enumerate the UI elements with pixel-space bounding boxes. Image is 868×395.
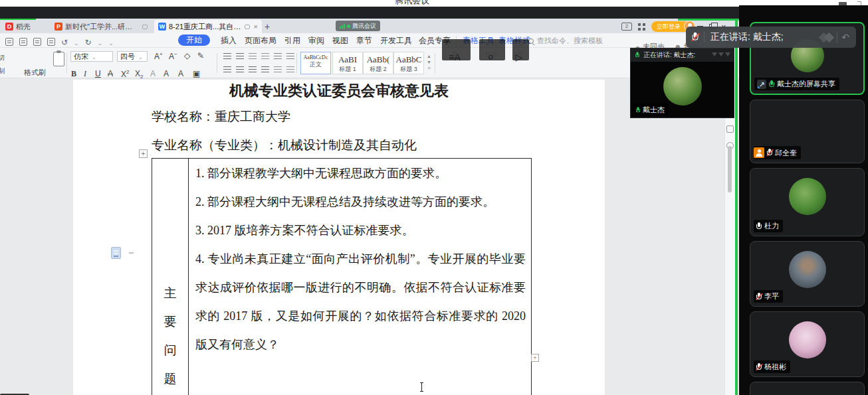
outdent-icon[interactable] bbox=[249, 53, 257, 59]
char-shading-icon[interactable]: A bbox=[150, 69, 156, 78]
document-page[interactable]: 机械专业类认证委员会审核意见表 学校名称：重庆工商大学 专业名称（专业类）：机械… bbox=[73, 80, 605, 395]
save-icon[interactable] bbox=[5, 38, 13, 46]
participant-sidebar: ↗ 戴士杰的屏幕共享 邱全奎 杜力 李平 bbox=[739, 5, 868, 395]
print-icon[interactable] bbox=[33, 38, 41, 46]
clear-format-icon[interactable]: ◇ bbox=[184, 51, 190, 60]
line-spacing-icon[interactable] bbox=[274, 66, 282, 72]
workspace-grid-icon[interactable] bbox=[638, 23, 645, 31]
menu-references[interactable]: 引用 bbox=[284, 35, 300, 46]
align-center-icon[interactable] bbox=[236, 66, 244, 72]
style-heading3[interactable]: AaBbC 标题 3 bbox=[393, 52, 424, 74]
style-heading2[interactable]: AaBb( 标题 2 bbox=[363, 52, 393, 74]
menu-insert[interactable]: 插入 bbox=[221, 35, 237, 46]
avatar bbox=[789, 321, 826, 358]
quick-access-toolbar bbox=[5, 36, 114, 48]
participant-tile-duli[interactable]: 杜力 bbox=[750, 168, 865, 236]
format-painter-icon[interactable] bbox=[53, 52, 64, 66]
split-view-icon[interactable]: 2 bbox=[621, 23, 632, 31]
back-arrow-icon[interactable]: ↶ bbox=[841, 33, 849, 42]
align-left-icon[interactable] bbox=[223, 66, 231, 72]
issues-cell[interactable]: 1. 部分课程教学大纲中无课程思政方面的要求。 2. 部分课程大纲中无课程总结及… bbox=[189, 159, 531, 395]
command-search[interactable]: 查找命令、搜索模板 bbox=[528, 36, 603, 46]
shading-icon[interactable] bbox=[286, 66, 294, 72]
text-layout-tool[interactable]: ≡A 文字排版 bbox=[439, 52, 471, 64]
collapse-arrows-icon[interactable] bbox=[712, 52, 730, 56]
align-right-icon[interactable] bbox=[249, 66, 257, 72]
row-header-char: 题 bbox=[152, 370, 188, 388]
shared-screen: D 稻壳 P 新时代"工学并...研究与实践V4 W 8-21重庆工商...其自… bbox=[0, 7, 739, 395]
search-icon bbox=[528, 39, 534, 44]
menu-page-layout[interactable]: 页面布局 bbox=[245, 35, 276, 46]
text-cursor bbox=[419, 382, 424, 392]
tab-document-2-active[interactable]: W 8-21重庆工商...其自动化-不处理 × bbox=[154, 20, 262, 33]
bold-icon[interactable]: B bbox=[71, 69, 76, 79]
row-header-char: 主 bbox=[152, 285, 188, 302]
bullet-list-icon[interactable] bbox=[223, 53, 231, 59]
table-overflow-marker[interactable]: + bbox=[531, 354, 539, 362]
toolbar-options-icon[interactable] bbox=[108, 36, 114, 48]
document-canvas: 机械专业类认证委员会审核意见表 学校名称：重庆工商大学 专业名称（专业类）：机械… bbox=[0, 78, 726, 395]
screen-share-icon: ↗ bbox=[757, 80, 766, 89]
number-list-icon[interactable] bbox=[236, 53, 244, 59]
paragraph-mark-icon[interactable] bbox=[274, 53, 282, 59]
menu-review[interactable]: 审阅 bbox=[308, 35, 324, 46]
speaker-name-label: 戴士杰 bbox=[632, 104, 668, 116]
mic-on-icon bbox=[635, 52, 639, 58]
menu-view[interactable]: 视图 bbox=[332, 35, 348, 46]
sort-icon[interactable] bbox=[286, 53, 294, 59]
menu-dev-tools[interactable]: 开发工具 bbox=[380, 35, 412, 46]
menu-section[interactable]: 章节 bbox=[356, 35, 372, 46]
tab-close-icon[interactable]: × bbox=[254, 23, 258, 31]
issue-item: 4. 专业尚未真正建立“面向产出评价机制”。专业开展的毕业要求达成评价依据哪一版… bbox=[195, 245, 526, 359]
document-title: 机械专业类认证委员会审核意见表 bbox=[73, 81, 605, 101]
tab-docer[interactable]: D 稻壳 bbox=[1, 20, 43, 33]
undo-icon[interactable] bbox=[61, 36, 68, 48]
tab-document-1[interactable]: P 新时代"工学并...研究与实践V4 bbox=[51, 20, 152, 33]
edit-table-icon[interactable] bbox=[726, 125, 734, 133]
underline-icon[interactable]: U bbox=[95, 69, 101, 78]
menu-home[interactable]: 开始 bbox=[178, 35, 210, 46]
mic-muted-icon bbox=[756, 293, 762, 301]
meeting-status-badge[interactable]: 腾讯会议 bbox=[336, 21, 380, 31]
select-tool[interactable]: ▷ 选择 bbox=[509, 52, 529, 64]
shrink-font-icon[interactable]: A− bbox=[169, 51, 177, 61]
print-preview-icon[interactable] bbox=[47, 38, 55, 46]
floating-speaker-window[interactable]: 正在讲话: 戴士杰: 戴士杰 bbox=[630, 48, 734, 118]
cut-label-fragment[interactable]: 切 bbox=[0, 53, 5, 62]
login-button[interactable]: 立即登录 bbox=[651, 21, 691, 32]
new-tab-button[interactable]: + bbox=[265, 21, 270, 32]
issue-item: 3. 2017 版培养方案不符合认证标准要求。 bbox=[195, 216, 526, 245]
vertical-scrollbar[interactable] bbox=[728, 146, 732, 193]
participant-tile-liping[interactable]: 李平 bbox=[750, 241, 865, 307]
paste-options-icon[interactable] bbox=[111, 247, 121, 259]
style-heading1[interactable]: AaBI 标题 1 bbox=[332, 52, 363, 74]
mic-muted-icon bbox=[767, 149, 772, 157]
export-icon[interactable] bbox=[19, 38, 27, 46]
find-replace-tool[interactable]: ⚪ 查找替换 bbox=[476, 52, 505, 64]
participant-tile-partial[interactable] bbox=[750, 382, 865, 395]
tab-docer-label: 稻壳 bbox=[16, 22, 31, 32]
redo-dropdown-icon bbox=[98, 36, 103, 48]
table-move-handle[interactable]: + bbox=[139, 149, 148, 158]
style-normal[interactable]: AaBbCcDc 正文 bbox=[300, 52, 331, 74]
format-painter-label[interactable]: 格式刷 bbox=[24, 68, 46, 78]
justify-icon[interactable] bbox=[261, 66, 269, 72]
copy-label-fragment[interactable]: 制 bbox=[0, 66, 5, 76]
redo-icon[interactable] bbox=[85, 36, 92, 48]
text-effects-icon[interactable]: ✎ bbox=[197, 51, 204, 60]
indent-icon[interactable] bbox=[261, 53, 269, 59]
italic-icon[interactable]: I bbox=[84, 69, 86, 79]
wps-top-dark-bar bbox=[0, 7, 739, 19]
grow-font-icon[interactable]: A+ bbox=[154, 51, 163, 61]
participant-tile-qiuquankui[interactable]: 邱全奎 bbox=[750, 100, 865, 163]
superscript-icon[interactable]: X2 bbox=[121, 69, 129, 79]
host-badge-icon bbox=[754, 147, 764, 158]
char-border-icon[interactable]: ▣ bbox=[193, 69, 200, 78]
mic-muted-icon[interactable] bbox=[692, 33, 699, 42]
font-name-combo[interactable]: 仿宋 bbox=[70, 51, 113, 62]
font-size-combo[interactable]: 四号 bbox=[117, 51, 148, 62]
strikethrough-icon[interactable]: A bbox=[108, 69, 113, 78]
participant-tile-yangzubin[interactable]: 杨祖彬 bbox=[750, 311, 865, 377]
issue-item: 1. 部分课程教学大纲中无课程思政方面的要求。 bbox=[195, 159, 526, 188]
style-gallery-scroll[interactable]: ▲▼≡ bbox=[427, 53, 431, 71]
